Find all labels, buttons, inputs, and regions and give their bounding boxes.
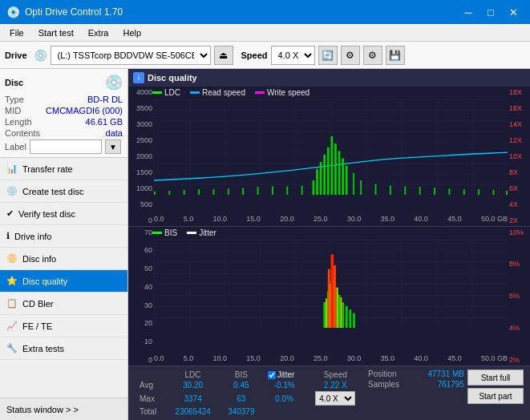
menu-start-test[interactable]: Start test [32, 26, 80, 39]
sidebar-item-create-test-disc[interactable]: 💿 Create test disc [0, 180, 127, 203]
svg-rect-52 [334, 265, 336, 328]
disc-quality-icon: ⭐ [6, 276, 18, 286]
avg-row: Avg 30.20 0.45 -0.1% 2.22 X [135, 380, 365, 390]
bottom-chart-y-axis-left: 70 60 50 40 30 20 10 0 [128, 227, 154, 366]
svg-rect-7 [228, 188, 229, 195]
svg-rect-4 [184, 190, 185, 195]
sidebar-item-transfer-rate[interactable]: 📊 Transfer rate [0, 158, 127, 180]
drive-info-label: Drive info [14, 232, 51, 241]
app-title: Opti Drive Control 1.70 [25, 6, 123, 18]
disc-contents-row: Contents data [5, 128, 123, 138]
disc-panel: Disc 💿 Type BD-R DL MID CMCMAGDI6 (000) … [0, 69, 127, 158]
disc-quality-header: i Disc quality [128, 69, 530, 87]
sidebar-item-disc-info[interactable]: 📀 Disc info [0, 248, 127, 270]
bottom-chart-svg [154, 240, 508, 328]
svg-rect-18 [331, 136, 334, 196]
menu-file[interactable]: File [3, 26, 30, 39]
max-bis: 63 [220, 390, 263, 406]
bottom-chart-inner [154, 240, 508, 355]
svg-rect-34 [506, 191, 508, 196]
svg-rect-13 [313, 180, 315, 195]
jitter-checkbox[interactable] [268, 371, 276, 379]
svg-rect-42 [342, 302, 344, 328]
top-chart: LDC Read speed Write speed 4000 3500 [128, 87, 530, 227]
avg-label: Avg [135, 380, 166, 390]
position-label: Position [368, 370, 397, 378]
menu-extra[interactable]: Extra [82, 26, 115, 39]
ldc-legend-dot [152, 91, 162, 94]
sidebar-item-disc-quality[interactable]: ⭐ Disc quality [0, 270, 127, 293]
top-chart-inner [154, 99, 508, 215]
type-label: Type [5, 95, 24, 104]
start-part-button[interactable]: Start part [467, 388, 524, 404]
sidebar-item-extra-tests[interactable]: 🔧 Extra tests [0, 337, 127, 360]
disc-type-row: Type BD-R DL [5, 95, 123, 104]
charts-area: LDC Read speed Write speed 4000 3500 [128, 87, 530, 365]
max-label: Max [135, 390, 166, 406]
svg-rect-41 [338, 294, 341, 327]
verify-test-disc-icon: ✔ [6, 208, 14, 219]
svg-rect-19 [334, 143, 337, 195]
max-speed-select[interactable]: 4.0 X [315, 391, 355, 406]
disc-quality-title: Disc quality [148, 73, 197, 83]
right-stats: Position 47731 MB Samples 761795 [368, 370, 464, 389]
drive-icon: 💿 [34, 49, 47, 62]
drive-selector[interactable]: (L:) TSSTcorp BDDVDW SE-506CB TS02 [51, 46, 211, 65]
legend-bis: BIS [152, 228, 177, 237]
start-full-button[interactable]: Start full [467, 370, 524, 386]
sidebar-item-cd-bler[interactable]: 📋 CD Bler [0, 293, 127, 315]
svg-rect-33 [493, 190, 495, 195]
sidebar-item-verify-test-disc[interactable]: ✔ Verify test disc [0, 203, 127, 225]
stats-data-table: LDC BIS Jitter Speed [135, 370, 365, 417]
create-test-disc-label: Create test disc [22, 187, 83, 196]
speed-label: Speed [241, 50, 268, 60]
status-window-label: Status window > > [6, 405, 79, 414]
minimize-button[interactable]: ─ [458, 3, 479, 21]
svg-rect-43 [346, 305, 348, 328]
write-speed-legend-label: Write speed [267, 88, 310, 97]
max-row: Max 3374 63 0.0% 4.0 X [135, 390, 365, 406]
mid-label: MID [5, 106, 21, 115]
main-layout: Disc 💿 Type BD-R DL MID CMCMAGDI6 (000) … [0, 69, 530, 420]
jitter-legend-dot [187, 232, 196, 234]
svg-rect-12 [301, 185, 303, 195]
disc-length-row: Length 46.61 GB [5, 117, 123, 127]
bis-legend-dot [152, 232, 162, 234]
status-window-button[interactable]: Status window > > [0, 398, 127, 420]
svg-rect-21 [342, 159, 344, 196]
sidebar-item-drive-info[interactable]: ℹ Drive info [0, 225, 127, 248]
disc-panel-icon: 💿 [105, 74, 123, 91]
position-row: Position 47731 MB [368, 370, 464, 378]
svg-rect-15 [320, 162, 322, 195]
menu-help[interactable]: Help [116, 26, 148, 39]
ldc-legend-label: LDC [164, 88, 180, 97]
contents-value: data [106, 128, 123, 138]
sidebar-item-fe-te[interactable]: 📈 FE / TE [0, 315, 127, 337]
jitter-header: Jitter [268, 370, 301, 379]
svg-rect-2 [154, 192, 156, 196]
speed-selector[interactable]: 4.0 X Max 1.0 X 2.0 X 4.0 X 6.0 X [271, 46, 315, 65]
top-chart-y-axis-left: 4000 3500 3000 2500 2000 1500 1000 500 0 [128, 87, 154, 226]
title-bar-controls: ─ □ ✕ [458, 3, 524, 21]
sidebar: Disc 💿 Type BD-R DL MID CMCMAGDI6 (000) … [0, 69, 128, 420]
legend-write-speed: Write speed [255, 88, 310, 97]
eject-button[interactable]: ⏏ [214, 46, 233, 65]
samples-value: 761795 [438, 380, 464, 389]
maximize-button[interactable]: □ [480, 3, 501, 21]
app-icon: 💿 [6, 6, 20, 18]
disc-label-input[interactable] [30, 139, 102, 154]
settings-button2[interactable]: ⚙ [363, 46, 382, 65]
jitter-header-cell: Jitter [263, 370, 306, 380]
top-chart-x-axis: 0.0 5.0 10.0 15.0 20.0 25.0 30.0 35.0 40… [154, 215, 508, 226]
length-value: 46.61 GB [86, 117, 123, 127]
save-button[interactable]: 💾 [386, 46, 405, 65]
close-button[interactable]: ✕ [503, 3, 524, 21]
svg-rect-25 [375, 184, 377, 196]
max-ldc: 3374 [166, 390, 220, 406]
refresh-button[interactable]: 🔄 [318, 46, 338, 65]
disc-label-button[interactable]: ▼ [105, 139, 121, 154]
svg-rect-32 [478, 189, 479, 195]
max-speed: 4.0 X [306, 390, 365, 406]
svg-rect-23 [353, 173, 354, 196]
settings-button1[interactable]: ⚙ [341, 46, 360, 65]
